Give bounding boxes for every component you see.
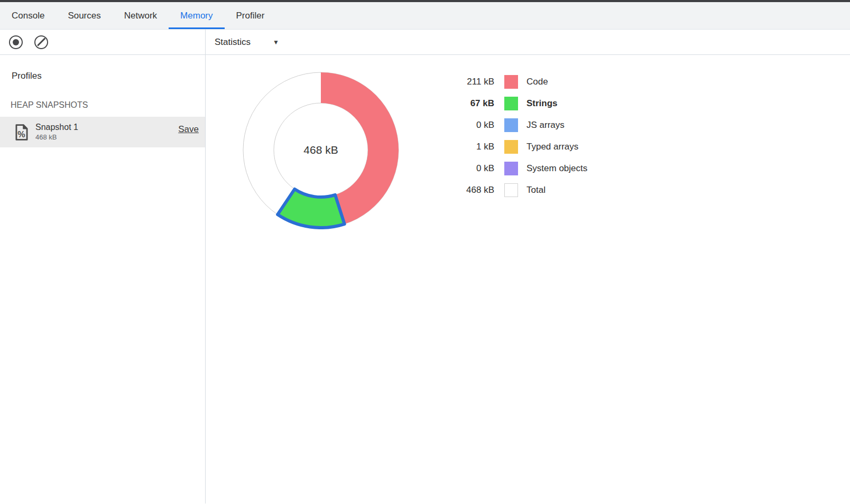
perspective-select-value: Statistics	[215, 37, 251, 48]
svg-text:%: %	[17, 129, 25, 138]
donut-svg	[242, 71, 400, 229]
legend-row-total[interactable]: 468 kBTotal	[454, 183, 587, 197]
legend-value: 0 kB	[454, 120, 494, 130]
panel-toolbar: Statistics ▼	[0, 30, 850, 55]
legend-label: Strings	[526, 98, 558, 109]
save-snapshot-link[interactable]: Save	[178, 124, 199, 135]
legend-swatch-icon	[504, 75, 518, 89]
donut-ring-outline	[274, 103, 368, 197]
legend-row-system-objects[interactable]: 0 kBSystem objects	[454, 162, 587, 175]
heap-donut-chart: 468 kB	[242, 71, 400, 229]
clear-profiles-icon[interactable]	[34, 35, 48, 49]
tab-memory[interactable]: Memory	[169, 2, 224, 29]
legend-label: Code	[526, 77, 548, 87]
legend-label: Total	[526, 185, 546, 195]
profiles-toolbar	[0, 30, 206, 54]
statistics-view: 468 kB 211 kBCode67 kBStrings0 kBJS arra…	[206, 55, 850, 503]
donut-slice-strings[interactable]	[278, 189, 345, 228]
legend-swatch-icon	[504, 162, 518, 175]
snapshot-text: Snapshot 1 468 kB	[35, 123, 78, 141]
legend-swatch-icon	[504, 183, 518, 197]
view-toolbar: Statistics ▼	[206, 30, 850, 54]
profiles-sidebar: Profiles HEAP SNAPSHOTS % Snapshot 1 468…	[0, 55, 206, 503]
legend-label: System objects	[526, 163, 587, 174]
chevron-down-icon: ▼	[273, 39, 279, 46]
snapshot-name: Snapshot 1	[35, 123, 78, 132]
heap-snapshot-file-icon: %	[15, 124, 29, 141]
chart-legend: 211 kBCode67 kBStrings0 kBJS arrays1 kBT…	[454, 75, 587, 197]
legend-swatch-icon	[504, 140, 518, 154]
legend-row-code[interactable]: 211 kBCode	[454, 75, 587, 89]
legend-label: Typed arrays	[526, 142, 578, 152]
sidebar-title: Profiles	[12, 71, 205, 81]
legend-value: 211 kB	[454, 77, 494, 87]
legend-value: 67 kB	[454, 98, 494, 109]
legend-label: JS arrays	[526, 120, 565, 130]
legend-row-js-arrays[interactable]: 0 kBJS arrays	[454, 118, 587, 132]
devtools-tabbar: ConsoleSourcesNetworkMemoryProfiler	[0, 2, 850, 30]
tab-network[interactable]: Network	[113, 2, 169, 29]
legend-value: 468 kB	[454, 185, 494, 195]
legend-value: 1 kB	[454, 142, 494, 152]
panel-content: Profiles HEAP SNAPSHOTS % Snapshot 1 468…	[0, 55, 850, 503]
tab-console[interactable]: Console	[0, 2, 56, 29]
heap-snapshots-section-label: HEAP SNAPSHOTS	[11, 100, 205, 110]
snapshot-size: 468 kB	[35, 134, 78, 142]
snapshot-list-item[interactable]: % Snapshot 1 468 kB Save	[0, 117, 205, 147]
legend-row-strings[interactable]: 67 kBStrings	[454, 97, 587, 110]
legend-swatch-icon	[504, 118, 518, 132]
perspective-select[interactable]: Statistics ▼	[215, 37, 279, 48]
legend-swatch-icon	[504, 97, 518, 110]
tab-profiler[interactable]: Profiler	[225, 2, 276, 29]
legend-row-typed-arrays[interactable]: 1 kBTyped arrays	[454, 140, 587, 154]
record-heap-snapshot-icon[interactable]	[9, 35, 23, 49]
legend-value: 0 kB	[454, 163, 494, 174]
tab-sources[interactable]: Sources	[56, 2, 112, 29]
